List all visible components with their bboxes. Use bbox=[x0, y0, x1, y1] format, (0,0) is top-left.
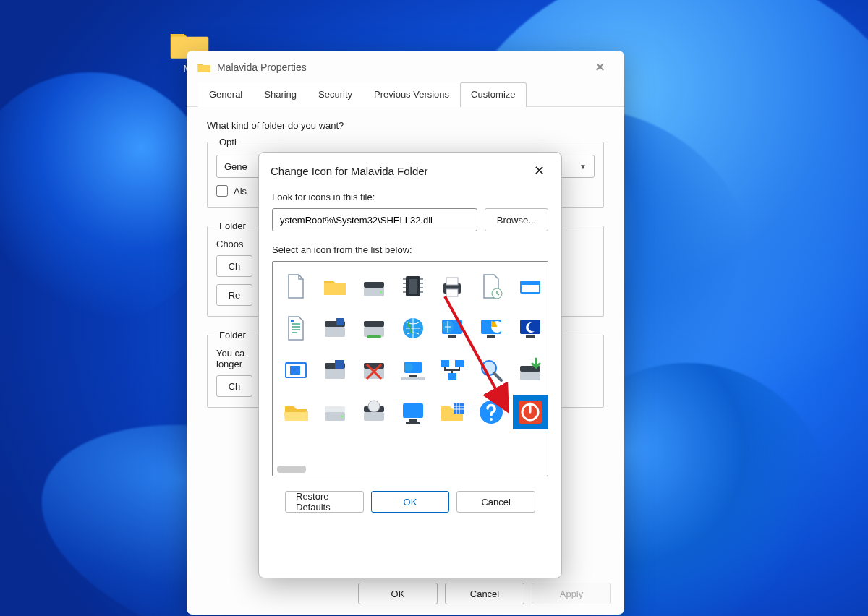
optical-drive-icon bbox=[359, 398, 388, 427]
chip-icon bbox=[399, 272, 427, 301]
svg-rect-19 bbox=[367, 335, 381, 338]
icon-option-printer[interactable] bbox=[435, 269, 469, 304]
tab-previous-versions[interactable]: Previous Versions bbox=[363, 82, 460, 107]
svg-rect-38 bbox=[401, 377, 425, 380]
tab-security[interactable]: Security bbox=[307, 82, 363, 107]
icon-option-night-screen[interactable] bbox=[513, 311, 548, 346]
magnifier-icon bbox=[477, 356, 506, 385]
choose-file-button[interactable]: Ch bbox=[216, 255, 252, 277]
icon-list[interactable] bbox=[272, 261, 548, 476]
folder-icons-legend: Folder bbox=[216, 330, 249, 341]
svg-rect-13 bbox=[291, 320, 294, 322]
svg-rect-46 bbox=[325, 406, 345, 412]
ok-button[interactable]: OK bbox=[371, 491, 450, 513]
change-icon-button[interactable]: Ch bbox=[216, 375, 252, 397]
svg-rect-23 bbox=[448, 335, 456, 338]
icon-option-open-folder[interactable] bbox=[278, 395, 313, 429]
icon-option-globe[interactable] bbox=[396, 311, 430, 346]
restore-defaults-button[interactable]: Restore Defaults bbox=[285, 491, 364, 513]
properties-title: Malavida Properties bbox=[217, 61, 585, 73]
tab-sharing[interactable]: Sharing bbox=[253, 82, 307, 107]
monitor-icon bbox=[399, 398, 427, 427]
svg-rect-39 bbox=[441, 360, 449, 367]
also-apply-input[interactable] bbox=[216, 185, 228, 197]
select-icon-label: Select an icon from the list below: bbox=[272, 244, 548, 255]
icon-option-run-window[interactable] bbox=[513, 269, 548, 304]
icon-option-chip[interactable] bbox=[396, 269, 430, 304]
text-document-icon bbox=[281, 314, 310, 343]
svg-rect-32 bbox=[335, 360, 344, 369]
chevron-down-icon: ▼ bbox=[579, 163, 587, 171]
cancel-button[interactable]: Cancel bbox=[456, 491, 535, 513]
install-drive-icon bbox=[516, 356, 545, 385]
what-kind-label: What kind of folder do you want? bbox=[207, 120, 604, 131]
svg-rect-53 bbox=[406, 422, 420, 424]
browse-button[interactable]: Browse... bbox=[485, 208, 548, 231]
ok-button[interactable]: OK bbox=[358, 583, 438, 604]
icon-option-drive-disconnected[interactable] bbox=[357, 353, 391, 388]
floppy-drive-icon bbox=[320, 314, 349, 343]
icon-path-input[interactable] bbox=[272, 208, 477, 231]
svg-rect-41 bbox=[448, 373, 456, 380]
icon-option-text-document[interactable] bbox=[278, 311, 313, 346]
svg-rect-40 bbox=[455, 360, 464, 367]
icon-option-network-computer[interactable] bbox=[396, 353, 430, 388]
properties-titlebar[interactable]: Malavida Properties ✕ bbox=[187, 51, 624, 82]
hard-drive-icon bbox=[359, 272, 388, 301]
network-nodes-icon bbox=[438, 356, 467, 385]
cancel-button[interactable]: Cancel bbox=[445, 583, 524, 604]
icon-option-power[interactable] bbox=[513, 395, 548, 429]
icon-option-chart-screen[interactable] bbox=[474, 311, 509, 346]
svg-rect-6 bbox=[409, 279, 417, 294]
icon-option-window[interactable] bbox=[278, 353, 313, 388]
icon-option-monitor[interactable] bbox=[396, 395, 430, 429]
change-icon-titlebar[interactable]: Change Icon for Malavida Folder ✕ bbox=[259, 153, 561, 186]
svg-point-50 bbox=[368, 401, 380, 412]
folder-icon bbox=[197, 61, 211, 73]
icon-option-hard-drive[interactable] bbox=[357, 269, 391, 304]
network-computer-icon bbox=[399, 356, 427, 385]
apply-button[interactable]: Apply bbox=[532, 583, 611, 604]
folder-icon bbox=[320, 272, 349, 301]
printer-icon bbox=[438, 272, 467, 301]
icon-option-magnifier[interactable] bbox=[474, 353, 509, 388]
icon-option-floppy-drive-alt[interactable] bbox=[318, 353, 352, 388]
svg-rect-14 bbox=[325, 327, 345, 337]
svg-rect-25 bbox=[487, 335, 495, 338]
properties-footer: OK Cancel Apply bbox=[358, 583, 611, 604]
close-icon[interactable]: ✕ bbox=[585, 59, 614, 75]
icon-option-install-drive[interactable] bbox=[513, 353, 548, 388]
tab-customize[interactable]: Customize bbox=[460, 82, 526, 107]
folder-pictures-legend: Folder bbox=[216, 221, 249, 231]
icon-option-document-clock[interactable] bbox=[474, 269, 509, 304]
close-icon[interactable]: ✕ bbox=[528, 163, 550, 179]
drive-disconnected-icon bbox=[359, 356, 388, 385]
svg-point-47 bbox=[341, 416, 344, 418]
svg-rect-18 bbox=[364, 321, 384, 327]
properties-tabstrip: General Sharing Security Previous Versio… bbox=[187, 82, 624, 107]
svg-rect-54 bbox=[454, 403, 464, 414]
tab-general[interactable]: General bbox=[198, 82, 253, 107]
svg-rect-1 bbox=[197, 65, 210, 72]
change-icon-dialog: Change Icon for Malavida Folder ✕ Look f… bbox=[258, 152, 562, 578]
icon-option-help[interactable] bbox=[474, 395, 509, 429]
svg-rect-17 bbox=[364, 327, 384, 337]
icon-option-floppy-drive[interactable] bbox=[318, 311, 352, 346]
icon-option-drive[interactable] bbox=[318, 395, 352, 429]
svg-rect-29 bbox=[290, 366, 300, 375]
svg-rect-52 bbox=[409, 419, 417, 422]
icon-option-folder-grid[interactable] bbox=[435, 395, 469, 429]
icon-option-network-nodes[interactable] bbox=[435, 353, 469, 388]
blank-document-icon bbox=[281, 272, 310, 301]
power-icon bbox=[516, 398, 545, 427]
icon-option-folder[interactable] bbox=[318, 269, 352, 304]
svg-rect-43 bbox=[520, 372, 540, 380]
icon-option-network-monitor[interactable] bbox=[435, 311, 469, 346]
icon-option-removable-drive[interactable] bbox=[357, 311, 391, 346]
svg-rect-16 bbox=[336, 318, 344, 325]
restore-default-picture-button[interactable]: Re bbox=[216, 284, 252, 306]
horizontal-scrollbar-thumb[interactable] bbox=[277, 466, 306, 473]
icon-option-blank-document[interactable] bbox=[278, 269, 313, 304]
icon-option-optical-drive[interactable] bbox=[357, 395, 391, 429]
help-icon bbox=[477, 398, 506, 427]
